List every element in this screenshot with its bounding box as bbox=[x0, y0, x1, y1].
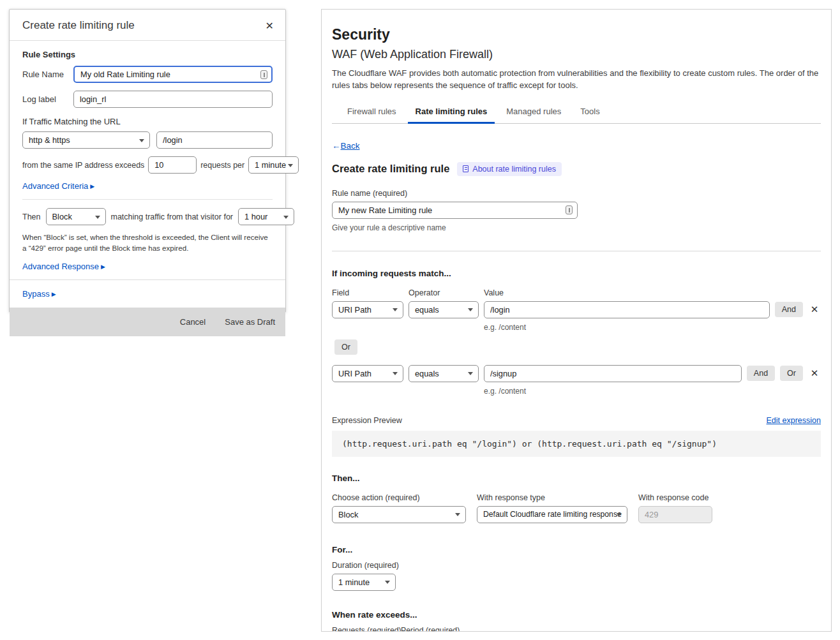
page-subtitle: WAF (Web Application Firewall) bbox=[332, 48, 821, 61]
caret-down-icon bbox=[385, 581, 390, 584]
url-pattern-input[interactable] bbox=[156, 131, 273, 149]
caret-down-icon bbox=[139, 139, 144, 142]
or-connector-button[interactable]: Or bbox=[334, 339, 357, 355]
caret-down-icon bbox=[95, 216, 100, 219]
cancel-button[interactable]: Cancel bbox=[180, 317, 206, 327]
disclosure-triangle-icon: ▶ bbox=[52, 291, 56, 297]
for-section-title: For... bbox=[332, 545, 821, 554]
page-title: Security bbox=[332, 26, 821, 43]
and-button[interactable]: And bbox=[775, 302, 803, 317]
response-code-input bbox=[638, 506, 712, 523]
tab-tools[interactable]: Tools bbox=[573, 103, 607, 124]
traffic-match-label: If Traffic Matching the URL bbox=[22, 117, 273, 126]
response-type-select[interactable]: Default Cloudflare rate limiting respons… bbox=[477, 506, 627, 523]
condition-row-2: URI Path equals And Or ✕ bbox=[332, 365, 821, 382]
password-manager-icon[interactable] bbox=[566, 205, 573, 214]
tab-managed-rules[interactable]: Managed rules bbox=[499, 103, 569, 124]
rule-name-label: Rule Name bbox=[22, 70, 73, 79]
password-manager-icon[interactable] bbox=[260, 70, 267, 79]
tab-rate-limiting-rules[interactable]: Rate limiting rules bbox=[408, 103, 495, 124]
value-input[interactable] bbox=[484, 301, 770, 318]
value-column-label: Value bbox=[484, 288, 504, 297]
rule-name-input[interactable] bbox=[73, 66, 273, 83]
tab-firewall-rules[interactable]: Firewall rules bbox=[340, 103, 404, 124]
value-hint: e.g. /content bbox=[484, 323, 821, 332]
requests-label: Requests (required) bbox=[332, 626, 396, 632]
caret-down-icon bbox=[283, 216, 289, 219]
field-select[interactable]: URI Path bbox=[332, 365, 403, 382]
rate-section-title: When rate exceeds... bbox=[332, 610, 821, 620]
value-input[interactable] bbox=[484, 365, 742, 382]
divider bbox=[332, 251, 821, 251]
scheme-select[interactable]: http & https bbox=[22, 131, 150, 149]
field-select[interactable]: URI Path bbox=[332, 301, 403, 318]
dialog-header: Create rate limiting rule ✕ bbox=[10, 10, 285, 41]
operator-column-label: Operator bbox=[409, 288, 479, 297]
log-label-input[interactable] bbox=[73, 91, 273, 108]
security-waf-panel: Security WAF (Web Application Firewall) … bbox=[321, 9, 832, 632]
page-description: The Cloudflare WAF provides both automat… bbox=[332, 68, 821, 92]
expression-preview-label: Expression Preview bbox=[332, 416, 402, 425]
duration-select[interactable]: 1 minute bbox=[332, 574, 396, 591]
save-as-draft-button[interactable]: Save as Draft bbox=[225, 317, 275, 327]
dialog-title: Create rate limiting rule bbox=[22, 19, 135, 32]
rule-name-input[interactable] bbox=[332, 202, 578, 219]
threshold-input[interactable] bbox=[148, 156, 197, 174]
divider bbox=[22, 199, 273, 200]
disclosure-triangle-icon: ▶ bbox=[90, 183, 94, 190]
condition-row-1: URI Path equals And ✕ bbox=[332, 301, 821, 318]
advanced-response-link[interactable]: Advanced Response▶ bbox=[22, 262, 273, 271]
back-link[interactable]: ←Back bbox=[332, 141, 360, 151]
operator-select[interactable]: equals bbox=[409, 365, 479, 382]
advanced-criteria-link[interactable]: Advanced Criteria▶ bbox=[22, 181, 273, 191]
and-button[interactable]: And bbox=[747, 366, 775, 381]
action-select[interactable]: Block bbox=[46, 208, 106, 225]
response-code-label: With response code bbox=[638, 493, 712, 502]
remove-condition-icon[interactable]: ✕ bbox=[808, 304, 821, 315]
document-icon bbox=[463, 165, 469, 172]
choose-action-label: Choose action (required) bbox=[332, 493, 466, 502]
response-type-label: With response type bbox=[477, 493, 627, 502]
rule-name-help: Give your rule a descriptive name bbox=[332, 223, 821, 232]
match-section-title: If incoming requests match... bbox=[332, 269, 821, 278]
caret-down-icon bbox=[468, 372, 473, 375]
caret-down-icon bbox=[393, 372, 398, 375]
caret-down-icon bbox=[455, 513, 460, 516]
waf-tabs: Firewall rules Rate limiting rules Manag… bbox=[332, 103, 821, 124]
back-arrow-icon: ← bbox=[332, 141, 341, 151]
threshold-period-select[interactable]: 1 minute bbox=[248, 156, 299, 174]
then-label: Then bbox=[22, 212, 41, 221]
rule-settings-heading: Rule Settings bbox=[22, 50, 273, 59]
or-button[interactable]: Or bbox=[780, 366, 803, 381]
rule-name-label: Rule name (required) bbox=[332, 189, 821, 198]
duration-label: Duration (required) bbox=[332, 561, 821, 570]
form-heading: Create rate limiting rule bbox=[332, 163, 449, 175]
dialog-body: Rule Settings Rule Name Log label If Tra… bbox=[10, 41, 285, 308]
caret-down-icon bbox=[393, 308, 398, 311]
operator-select[interactable]: equals bbox=[409, 301, 479, 318]
close-icon[interactable]: ✕ bbox=[263, 20, 276, 32]
field-column-label: Field bbox=[332, 288, 403, 297]
disclosure-triangle-icon: ▶ bbox=[101, 264, 105, 270]
action-select[interactable]: Block bbox=[332, 506, 466, 523]
block-note: When “Block” is set, when the threshold … bbox=[22, 232, 273, 254]
caret-down-icon bbox=[617, 513, 622, 516]
then-suffix-text: matching traffic from that visitor for bbox=[111, 212, 234, 221]
log-label-label: Log label bbox=[22, 94, 73, 104]
period-label: Period (required) bbox=[401, 626, 460, 632]
caret-down-icon bbox=[468, 308, 473, 311]
expression-code: (http.request.uri.path eq "/login") or (… bbox=[332, 431, 821, 457]
about-rate-limiting-rules-badge[interactable]: About rate limiting rules bbox=[457, 162, 562, 176]
remove-condition-icon[interactable]: ✕ bbox=[808, 368, 821, 379]
then-section-title: Then... bbox=[332, 473, 821, 483]
threshold-prefix-text: from the same IP address exceeds bbox=[22, 161, 144, 170]
value-hint: e.g. /content bbox=[484, 387, 821, 396]
edit-expression-link[interactable]: Edit expression bbox=[767, 416, 821, 425]
requests-per-text: requests per bbox=[200, 161, 244, 170]
caret-down-icon bbox=[288, 164, 293, 167]
bypass-link[interactable]: Bypass▶ bbox=[22, 289, 273, 299]
ban-duration-select[interactable]: 1 hour bbox=[238, 208, 294, 225]
dialog-footer: Cancel Save as Draft bbox=[10, 308, 285, 336]
create-rate-limiting-rule-dialog: Create rate limiting rule ✕ Rule Setting… bbox=[9, 9, 286, 313]
